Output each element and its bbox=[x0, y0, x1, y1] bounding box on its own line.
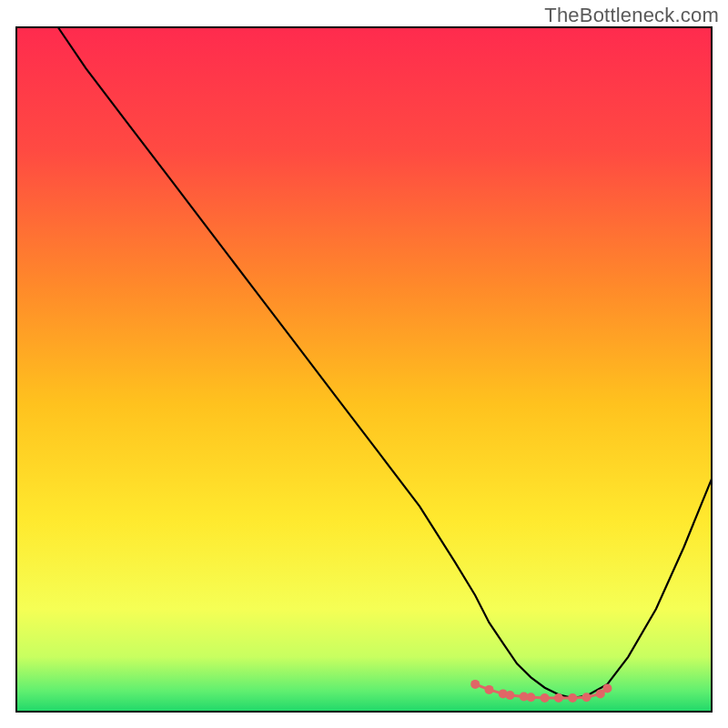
flat-zone-dot bbox=[485, 685, 494, 694]
watermark-text: TheBottleneck.com bbox=[544, 4, 719, 27]
flat-zone-dot bbox=[554, 693, 563, 703]
flat-zone-dot bbox=[470, 680, 480, 689]
flat-zone-dot bbox=[526, 693, 535, 702]
chart-container: { "watermark": "TheBottleneck.com", "cha… bbox=[0, 0, 728, 728]
flat-zone-dot bbox=[541, 693, 550, 703]
flat-zone-dot bbox=[582, 693, 592, 702]
flat-zone-dot bbox=[568, 693, 577, 703]
flat-zone-dot bbox=[602, 683, 612, 693]
bottleneck-chart bbox=[0, 0, 728, 728]
gradient-background bbox=[16, 27, 712, 712]
flat-zone-dot bbox=[505, 691, 514, 700]
